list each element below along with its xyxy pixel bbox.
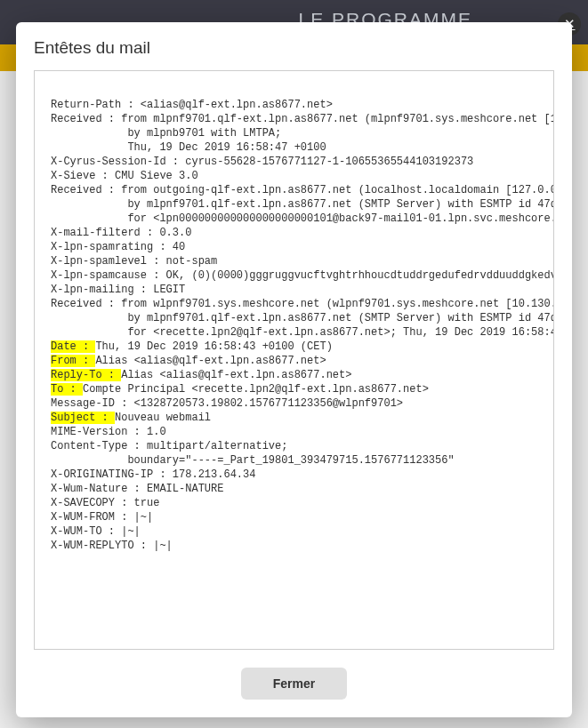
header-content-type-a: Content-Type : multipart/alternative; [51, 440, 294, 452]
header-return-path: Return-Path : <alias@qlf-ext.lpn.as8677.… [51, 99, 333, 111]
header-replyto-value: Alias <alias@qlf-ext.lpn.as8677.net> [121, 369, 351, 381]
header-x-wum-to: X-WUM-TO : |~| [51, 525, 141, 538]
header-received-1b: by mlpnb9701 with LMTPA; [51, 127, 281, 140]
close-button[interactable]: Fermer [241, 668, 347, 700]
header-received-1a: Received : from mlpnf9701.qlf-ext.lpn.as… [51, 113, 554, 125]
header-x-lpn-spamlevel: X-lpn-spamlevel : not-spam [51, 255, 217, 268]
header-x-mail-filterd: X-mail-filterd : 0.3.0 [51, 227, 191, 239]
modal-footer: Fermer [34, 650, 554, 700]
header-from-label: From : [51, 355, 95, 367]
header-content-type-b: boundary="----=_Part_19801_393479715.157… [51, 454, 455, 467]
header-x-wum-replyto: X-WUM-REPLYTO : |~| [51, 540, 173, 552]
header-to-label: To : [51, 383, 83, 396]
header-received-2a: Received : from outgoing-qlf-ext.lpn.as8… [51, 184, 554, 196]
header-received-3a: Received : from wlpnf9701.sys.meshcore.n… [51, 298, 554, 310]
header-received-2b: by mlpnf9701.qlf-ext.lpn.as8677.net (SMT… [51, 198, 554, 211]
header-x-lpn-spamcause: X-lpn-spamcause : OK, (0)(0000)gggruggvu… [51, 269, 554, 282]
header-subject-value: Nouveau webmail [115, 412, 211, 424]
header-received-3c: for <recette.lpn2@qlf-ext.lpn.as8677.net… [51, 326, 554, 339]
header-received-2c: for <lpn000000000000000000000101@back97-… [51, 212, 554, 225]
header-to-value: Compte Principal <recette.lpn2@qlf-ext.l… [83, 383, 429, 396]
header-mime: MIME-Version : 1.0 [51, 426, 166, 438]
email-headers-modal: Entêtes du mail Return-Path : <alias@qlf… [16, 22, 572, 717]
header-x-lpn-mailing: X-lpn-mailing : LEGIT [51, 284, 185, 296]
header-date-label: Date : [51, 340, 95, 353]
header-replyto-label: Reply-To : [51, 369, 121, 381]
header-from-value: Alias <alias@qlf-ext.lpn.as8677.net> [95, 355, 326, 367]
header-received-3b: by mlpnf9701.qlf-ext.lpn.as8677.net (SMT… [51, 312, 554, 324]
header-x-wum-nature: X-Wum-Nature : EMAIL-NATURE [51, 483, 223, 495]
header-x-lpn-spamrating: X-lpn-spamrating : 40 [51, 241, 185, 253]
header-x-cyrus: X-Cyrus-Session-Id : cyrus-55628-1576771… [51, 156, 473, 168]
header-x-originating-ip: X-ORIGINATING-IP : 178.213.64.34 [51, 468, 255, 481]
header-x-sieve: X-Sieve : CMU Sieve 3.0 [51, 170, 198, 182]
headers-content[interactable]: Return-Path : <alias@qlf-ext.lpn.as8677.… [34, 70, 554, 650]
header-x-savecopy: X-SAVECOPY : true [51, 497, 159, 509]
modal-title: Entêtes du mail [34, 38, 554, 58]
header-subject-label: Subject : [51, 412, 115, 424]
header-message-id: Message-ID : <1328720573.19802.157677112… [51, 397, 403, 410]
header-date-value: Thu, 19 Dec 2019 16:58:43 +0100 (CET) [95, 340, 332, 353]
header-received-1c: Thu, 19 Dec 2019 16:58:47 +0100 [51, 141, 326, 154]
header-x-wum-from: X-WUM-FROM : |~| [51, 511, 153, 524]
